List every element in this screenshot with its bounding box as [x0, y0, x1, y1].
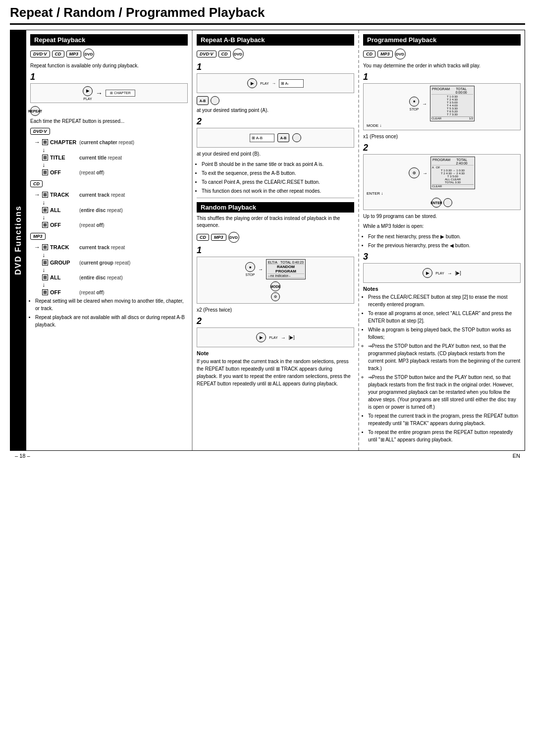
- nav-icon: ◎: [409, 167, 420, 178]
- plus-box-icon: ⊞: [42, 155, 48, 161]
- section-divider: [197, 198, 354, 198]
- track-label: TRACK: [50, 192, 77, 198]
- prog-step3-diagram: ▶ PLAY → [▶]: [363, 263, 521, 283]
- title-label: TITLE: [50, 155, 77, 161]
- ab-button-icon: A-B: [197, 96, 209, 105]
- repeat-step1-diagram: ▶ PLAY → ⊞ CHAPTER: [30, 83, 188, 103]
- dvd-disc-icon: DVD: [83, 49, 94, 59]
- track-desc: current track repeat: [79, 192, 125, 198]
- random-icons: CD MP3 DVD: [197, 232, 354, 243]
- play-prog-icon: ▶: [423, 268, 432, 278]
- programmed-icons: CD MP3 DVD: [363, 49, 521, 59]
- ab-step2-desc: at your desired end point (B).: [197, 151, 354, 158]
- mp3-off-desc: (repeat off): [79, 290, 105, 295]
- random-step1-diagram: ■ STOP → ELT/A TOTAL 0:40:23 RANDOM PROG…: [197, 257, 354, 304]
- random-step1-note: x2 (Press twice): [197, 307, 354, 314]
- plus-box-icon: ⊞: [42, 289, 48, 295]
- stop-icon: ■: [245, 262, 255, 272]
- chapter-desc: (current chapter repeat): [79, 140, 134, 145]
- plus-box-icon: ⊞: [42, 274, 48, 280]
- prog-step1-diagram: ■ STOP → PROGRAM TOTAL 0:00:00 T 1 0:30 …: [363, 83, 521, 130]
- programmed-playback-column: Programmed Playback CD MP3 DVD You may d…: [359, 30, 525, 450]
- prog-note-4: ⇒Press the STOP button and the PLAY butt…: [368, 342, 521, 372]
- prog-step1-num: 1: [363, 72, 521, 81]
- chapter-screen: ⊞ CHAPTER: [106, 90, 135, 97]
- chain-arrow-icon: ↓: [42, 162, 45, 168]
- repeat-playback-header: Repeat Playback: [30, 34, 188, 46]
- prog-notes-header: Notes: [363, 286, 521, 292]
- prog-step2-diagram: ◎ → PROGRAM TOTAL 2:40:00 AOF T 1 0:30 →…: [363, 154, 521, 210]
- ab-screen: ⊞ A-B: [250, 134, 274, 142]
- plus-box-icon: ⊞: [42, 222, 48, 228]
- mp3-off-label: OFF: [50, 289, 77, 295]
- dvdv-repeat-chain: → ⊞ CHAPTER (current chapter repeat) ↓ ⊞…: [34, 139, 188, 175]
- prog-step2-num: 2: [363, 143, 521, 152]
- ab-step2-num: 2: [197, 117, 354, 126]
- off-label: OFF: [50, 169, 77, 175]
- dvdv-icon: DVD·V: [30, 51, 50, 57]
- prog-note-1: Press the CLEAR/C.RESET button at step […: [368, 293, 521, 308]
- mp3-all-desc: (entire disc repeat): [79, 275, 123, 280]
- prog-note-6: To repeat the current track in the progr…: [368, 412, 521, 427]
- plus-box-icon: ⊞: [42, 207, 48, 213]
- ab-bullet-4: This function does not work in the other…: [202, 187, 354, 195]
- mp3-prog-icon: MP3: [377, 51, 393, 57]
- repeat-ab-header: Repeat A-B Playback: [197, 34, 354, 46]
- random-step1-num: 1: [197, 246, 354, 255]
- prog-step1-note: x1 (Press once): [363, 133, 521, 140]
- random-note-text: If you want to repeat the current track …: [197, 358, 354, 387]
- chain-arrow-icon: ↓: [42, 267, 45, 273]
- group-desc: (current group repeat): [79, 260, 130, 266]
- ab-step1-desc: at your desired starting point (A).: [197, 107, 354, 114]
- chapter-label: CHAPTER: [50, 139, 77, 145]
- mp3-chain-icon: MP3: [30, 233, 46, 240]
- mp3-bullet-2: For the previous hierarchy, press the ◀ …: [368, 242, 521, 249]
- repeat-availability-note: Repeat function is available only during…: [30, 62, 188, 69]
- stop-prog-icon: ■: [409, 97, 419, 107]
- plus-box-icon: ⊞: [42, 139, 48, 145]
- off-label2: OFF: [50, 222, 77, 228]
- repeat-bullet-1: Repeat setting will be cleared when movi…: [35, 297, 188, 312]
- dvd-random-disc-icon: DVD: [228, 232, 239, 243]
- ab-bullet-3: To cancel Point A, press the CLEAR/C.RES…: [202, 178, 354, 186]
- repeat-ab-bullets: Point B should be in the same title or t…: [202, 161, 354, 195]
- a-screen: ⊞ A-: [279, 79, 304, 88]
- page-footer: – 18 – EN: [10, 451, 525, 461]
- ab-bullet-2: To exit the sequence, press the A-B butt…: [202, 169, 354, 177]
- random-step2-num: 2: [197, 317, 354, 325]
- mode-icon: MODE: [270, 281, 280, 291]
- ab-btn2-icon: A-B: [277, 133, 289, 142]
- plus-box-icon: ⊞: [42, 192, 48, 198]
- repeat-icons: DVD·V CD MP3 DVD: [30, 49, 188, 59]
- mp3-random-icon: MP3: [211, 234, 226, 241]
- play-ab-icon: ▶: [247, 78, 257, 88]
- prog-step2-mp3: While a MP3 folder is open:: [363, 223, 521, 230]
- chain-arrow-icon: →: [34, 244, 40, 251]
- mp3-icon: MP3: [66, 51, 82, 57]
- enter-icon: ENTER: [431, 198, 441, 208]
- page-lang: EN: [513, 453, 520, 459]
- prog-note-3: While a program is being played back, th…: [368, 326, 521, 341]
- random-playback-desc: This shuffles the playing order of track…: [197, 215, 354, 229]
- all-desc: (entire disc repeat): [79, 208, 123, 213]
- page-title: Repeat / Random / Programmed Playback: [10, 5, 525, 25]
- repeat-bullets: Repeat setting will be cleared when movi…: [35, 297, 188, 328]
- sidebar-label: DVD Functions: [10, 30, 26, 450]
- title-desc: current title repeat: [79, 155, 122, 161]
- mp3-bullet-1: For the next hierarchy, press the ▶ butt…: [368, 233, 521, 240]
- off-desc2: (repeat off): [79, 222, 105, 228]
- group-label: GROUP: [50, 260, 77, 266]
- plus-box-icon: ⊞: [42, 169, 48, 175]
- plus-box-icon: ⊞: [42, 260, 48, 266]
- chain-arrow-icon: ↓: [42, 214, 45, 221]
- chain-arrow-icon: ↓: [42, 281, 45, 288]
- repeat-ab-column: Repeat A-B Playback DVD·V CD DVD 1 ▶ PLA…: [193, 30, 359, 450]
- off-desc: (repeat off): [79, 170, 105, 175]
- programmed-playback-header: Programmed Playback: [363, 34, 521, 46]
- ab-step2-diagram: ⊞ A-B A-B: [197, 128, 354, 148]
- ab-shape-icon: [211, 96, 219, 105]
- random-playback-header: Random Playback: [197, 202, 354, 213]
- prog-screen1: PROGRAM TOTAL 0:00:00 T 1 0:30 T 2 4:30 …: [430, 86, 475, 121]
- repeat-button-icon: REPEAT: [30, 106, 40, 116]
- mp3-all-label: ALL: [50, 274, 77, 280]
